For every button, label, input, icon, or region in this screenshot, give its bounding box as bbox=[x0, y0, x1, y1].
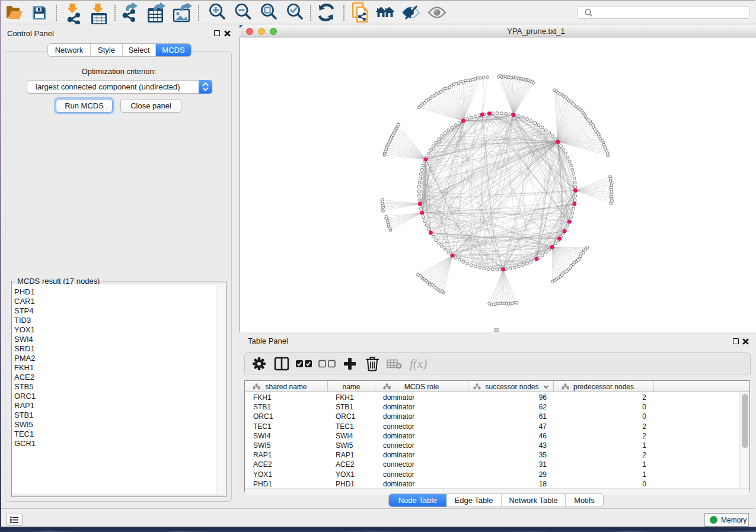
svg-text:f(x): f(x) bbox=[410, 357, 427, 371]
